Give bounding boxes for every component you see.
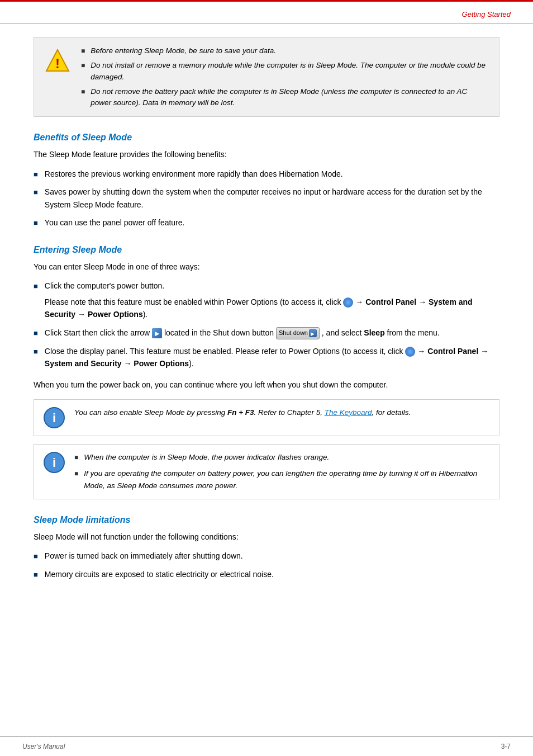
- continue-text: When you turn the power back on, you can…: [34, 379, 499, 391]
- warning-item: Do not remove the battery pack while the…: [81, 86, 489, 109]
- main-content: ! Before entering Sleep Mode, be sure to…: [0, 23, 533, 623]
- footer-left: User's Manual: [22, 743, 65, 750]
- start-icon: [343, 297, 353, 308]
- start-icon-2: [405, 347, 415, 357]
- info-icon-1: i: [43, 407, 65, 429]
- entering-intro: You can enter Sleep Mode in one of three…: [34, 261, 499, 273]
- limitations-item: Memory circuits are exposed to static el…: [34, 568, 499, 581]
- page-container: Getting Started ! Before entering Sleep …: [0, 0, 533, 756]
- header-title: Getting Started: [462, 10, 511, 18]
- entering-item-3: Close the display panel. This feature mu…: [34, 345, 499, 370]
- benefits-item: Restores the previous working environmen…: [34, 168, 499, 181]
- entering-item-1: Click the computer's power button. Pleas…: [34, 280, 499, 320]
- entering-heading: Entering Sleep Mode: [34, 245, 499, 255]
- benefits-heading: Benefits of Sleep Mode: [34, 133, 499, 143]
- info-icon-2: i: [43, 451, 65, 474]
- top-border: [0, 0, 533, 2]
- benefits-item: Saves power by shutting down the system …: [34, 186, 499, 211]
- info-bullet-item: If you are operating the computer on bat…: [74, 467, 490, 492]
- footer: User's Manual 3-7: [0, 736, 533, 756]
- warning-item: Before entering Sleep Mode, be sure to s…: [81, 45, 489, 56]
- limitations-list: Power is turned back on immediately afte…: [34, 550, 499, 581]
- entering-list: Click the computer's power button. Pleas…: [34, 280, 499, 370]
- keyboard-link[interactable]: The Keyboard: [325, 408, 372, 417]
- limitations-item: Power is turned back on immediately afte…: [34, 550, 499, 563]
- info-box-1: i You can also enable Sleep Mode by pres…: [34, 399, 499, 436]
- warning-item: Do not install or remove a memory module…: [81, 60, 489, 83]
- info-note-text: You can also enable Sleep Mode by pressi…: [74, 407, 411, 419]
- svg-text:i: i: [53, 411, 56, 425]
- benefits-list: Restores the previous working environmen…: [34, 168, 499, 229]
- warning-icon: !: [44, 48, 71, 74]
- warning-box: ! Before entering Sleep Mode, be sure to…: [34, 37, 499, 117]
- limitations-heading: Sleep Mode limitations: [34, 515, 499, 525]
- limitations-intro: Sleep Mode will not function under the f…: [34, 531, 499, 543]
- svg-text:!: !: [55, 56, 60, 71]
- info-box-2: i When the computer is in Sleep Mode, th…: [34, 444, 499, 499]
- benefits-item: You can use the panel power off feature.: [34, 216, 499, 229]
- shutdown-button-inline: Shut down ▶: [276, 327, 320, 339]
- footer-right: 3-7: [501, 743, 511, 750]
- svg-text:i: i: [53, 456, 56, 470]
- benefits-intro: The Sleep Mode feature provides the foll…: [34, 148, 499, 160]
- arrow-icon: ▶: [152, 328, 162, 338]
- warning-list: Before entering Sleep Mode, be sure to s…: [81, 45, 489, 108]
- info-bullet-item: When the computer is in Sleep Mode, the …: [74, 451, 490, 464]
- info-bullets-list: When the computer is in Sleep Mode, the …: [74, 451, 490, 492]
- header: Getting Started: [0, 0, 533, 23]
- entering-item-2: Click Start then click the arrow ▶ locat…: [34, 327, 499, 339]
